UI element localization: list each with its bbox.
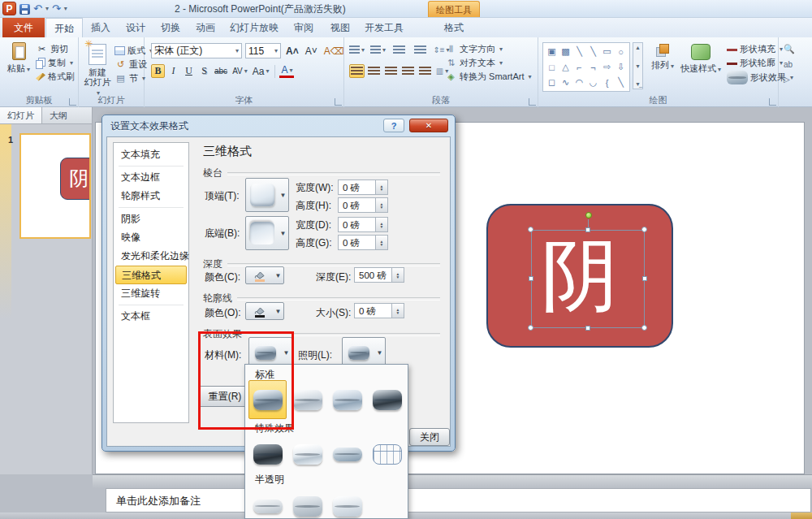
resize-handle-ne[interactable]	[641, 227, 647, 232]
resize-handle-e[interactable]	[642, 276, 647, 281]
grow-font-icon[interactable]: A˄	[284, 44, 300, 58]
select-icon[interactable]: ▷	[784, 75, 790, 84]
dialog-help-icon[interactable]	[383, 119, 404, 132]
material-option-dark-edge[interactable]	[248, 435, 287, 474]
shrink-font-icon[interactable]: A˅	[304, 44, 319, 58]
resize-handle-se[interactable]	[641, 325, 647, 331]
tab-design[interactable]: 设计	[119, 18, 153, 37]
nav-glow-soft-edges[interactable]: 发光和柔化边缘	[114, 247, 188, 266]
align-right-button[interactable]	[383, 64, 399, 78]
undo-dropdown-arrow-icon[interactable]: ▾	[45, 2, 49, 15]
format-painter-button[interactable]: 格式刷	[34, 70, 76, 84]
resize-handle-w[interactable]	[529, 276, 533, 281]
convert-smartart-button[interactable]: ◈转换为 SmartArt	[443, 70, 533, 84]
resize-handle-n[interactable]	[585, 227, 590, 232]
nav-text-fill[interactable]: 文本填充	[114, 145, 188, 164]
increase-indent-button[interactable]	[412, 43, 428, 57]
replace-icon[interactable]: ab	[784, 60, 793, 69]
text-shadow-button[interactable]: S	[197, 64, 211, 78]
bottom-width-spinner[interactable]: 0 磅	[338, 217, 388, 232]
bevel-top-dropdown[interactable]: ▼	[245, 178, 289, 212]
qat-customize-icon[interactable]: ▾	[64, 2, 67, 15]
cut-button[interactable]: ✂剪切	[34, 42, 76, 56]
depth-color-dropdown[interactable]: ▼	[245, 266, 284, 284]
tab-review[interactable]: 审阅	[286, 18, 322, 37]
italic-button[interactable]: I	[166, 64, 180, 78]
redo-icon[interactable]: ↷	[52, 2, 61, 15]
nav-3d-format[interactable]: 三维格式	[115, 266, 187, 284]
nav-text-box[interactable]: 文本框	[114, 307, 188, 326]
numbering-button[interactable]	[370, 43, 386, 57]
tab-slides-panel[interactable]: 幻灯片	[0, 107, 42, 123]
tab-outline-panel[interactable]: 大纲	[42, 107, 75, 123]
clear-formatting-icon[interactable]: A⌫	[322, 44, 346, 58]
distribute-button[interactable]	[417, 64, 433, 78]
nav-reflection[interactable]: 映像	[114, 228, 188, 247]
decrease-indent-button[interactable]	[391, 43, 407, 57]
tab-developer[interactable]: 开发工具	[359, 18, 409, 37]
top-height-spinner[interactable]: 0 磅	[338, 197, 388, 213]
material-option-metal[interactable]	[368, 380, 406, 419]
slide-thumbnail[interactable]: 阴	[19, 133, 91, 239]
align-center-button[interactable]	[366, 64, 382, 78]
material-option-warm-matte[interactable]	[288, 380, 326, 419]
align-text-button[interactable]: ⇅对齐文本	[443, 56, 533, 70]
tab-format[interactable]: 格式	[428, 18, 480, 37]
justify-button[interactable]	[400, 64, 416, 78]
find-icon[interactable]: 🔍	[784, 44, 795, 54]
material-option-wire-frame[interactable]	[368, 435, 406, 474]
rotate-handle[interactable]	[585, 212, 592, 218]
bullets-button[interactable]	[349, 43, 365, 57]
save-icon[interactable]	[19, 4, 30, 15]
clipboard-dialog-launcher[interactable]	[69, 98, 76, 106]
material-option-flat[interactable]	[328, 435, 366, 474]
font-dialog-launcher[interactable]	[335, 98, 342, 106]
material-option-powder[interactable]	[248, 487, 287, 519]
character-spacing-button[interactable]: AV	[231, 64, 249, 78]
notes-pane[interactable]: 单击此处添加备注	[106, 488, 811, 513]
font-name-combo[interactable]: 宋体 (正文)	[151, 43, 242, 58]
tab-slideshow[interactable]: 幻灯片放映	[223, 18, 285, 37]
notes-splitter[interactable]	[93, 474, 812, 488]
nav-3d-rotation[interactable]: 三维旋转	[114, 284, 188, 303]
material-option-plastic[interactable]	[328, 380, 366, 419]
nav-outline-style[interactable]: 轮廓样式	[114, 187, 188, 205]
text-direction-button[interactable]: ⫴文字方向	[443, 42, 533, 56]
tab-transitions[interactable]: 切换	[153, 18, 188, 37]
tab-animations[interactable]: 动画	[188, 18, 222, 37]
resize-handle-nw[interactable]	[528, 227, 533, 232]
paste-button[interactable]: 粘贴	[5, 42, 32, 75]
strikethrough-button[interactable]: abc	[213, 64, 229, 78]
material-option-soft-edge[interactable]	[288, 435, 326, 474]
contour-size-spinner[interactable]: 0 磅	[354, 303, 404, 318]
copy-button[interactable]: 复制	[34, 56, 76, 70]
drawing-dialog-launcher[interactable]	[769, 98, 776, 106]
bevel-bottom-dropdown[interactable]: ▼	[245, 216, 289, 250]
tab-view[interactable]: 视图	[322, 18, 358, 37]
shapes-gallery[interactable]: ▣▩╲╲▭○ □△⌐¬⇨⇩ ◻∿◠◡{╲	[542, 42, 630, 92]
bold-button[interactable]: B	[151, 64, 165, 78]
app-icon[interactable]: P	[2, 2, 16, 15]
bottom-height-spinner[interactable]: 0 磅	[338, 235, 388, 250]
font-color-button[interactable]: A	[279, 64, 294, 78]
quick-styles-button[interactable]: 快速样式	[678, 44, 723, 75]
top-width-spinner[interactable]: 0 磅	[338, 179, 388, 195]
nav-shadow[interactable]: 阴影	[114, 210, 188, 228]
resize-handle-s[interactable]	[585, 326, 590, 331]
resize-handle-sw[interactable]	[528, 325, 533, 331]
depth-spinner[interactable]: 500 磅	[354, 267, 404, 283]
nav-text-border[interactable]: 文本边框	[114, 168, 188, 187]
material-option-clear[interactable]	[328, 487, 366, 519]
dialog-close-icon[interactable]	[409, 119, 448, 132]
font-size-combo[interactable]: 115	[245, 43, 281, 58]
tab-insert[interactable]: 插入	[84, 18, 118, 37]
underline-button[interactable]: U	[182, 64, 196, 78]
undo-icon[interactable]: ↶	[33, 2, 42, 15]
new-slide-button[interactable]: 新建 幻灯片	[83, 44, 112, 98]
close-button[interactable]: 关闭	[409, 428, 450, 446]
contour-color-dropdown[interactable]: ▼	[245, 302, 284, 320]
align-left-button[interactable]	[349, 64, 365, 78]
shapes-gallery-scrollbar[interactable]: ▲▼▼̲	[633, 42, 643, 89]
change-case-button[interactable]: Aa	[251, 64, 271, 78]
arrange-button[interactable]: 排列	[649, 44, 676, 71]
